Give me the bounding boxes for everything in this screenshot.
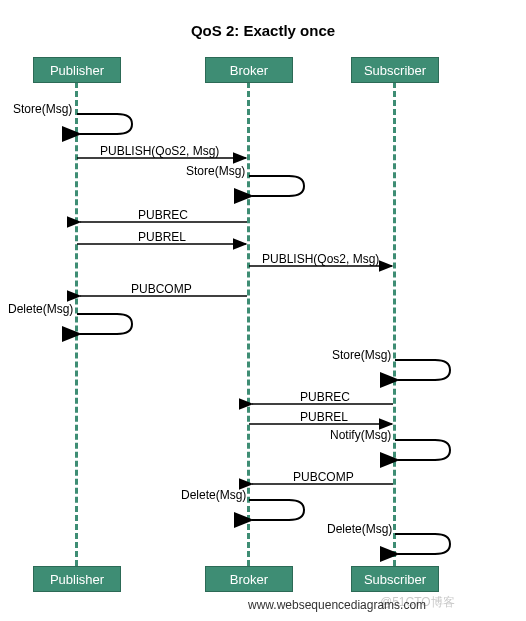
label-pubrel-pb: PUBREL: [138, 230, 186, 244]
label-pubcomp-sb: PUBCOMP: [293, 470, 354, 484]
label-pubrec-sb: PUBREC: [300, 390, 350, 404]
label-store-subscriber: Store(Msg): [332, 348, 391, 362]
label-pubcomp-bp: PUBCOMP: [131, 282, 192, 296]
label-publish-bs: PUBLISH(Qos2, Msg): [262, 252, 379, 266]
label-pubrel-bs: PUBREL: [300, 410, 348, 424]
label-store-publisher: Store(Msg): [13, 102, 72, 116]
label-delete-publisher: Delete(Msg): [8, 302, 73, 316]
sequence-diagram: QoS 2: Exactly once Publisher Broker Sub…: [0, 0, 526, 621]
label-store-broker: Store(Msg): [186, 164, 245, 178]
label-notify-subscriber: Notify(Msg): [330, 428, 391, 442]
label-delete-subscriber: Delete(Msg): [327, 522, 392, 536]
arrows-layer: [0, 0, 526, 621]
label-publish-pb: PUBLISH(QoS2, Msg): [100, 144, 219, 158]
footer-credit: www.websequencediagrams.com: [248, 598, 426, 612]
label-delete-broker: Delete(Msg): [181, 488, 246, 502]
label-pubrec-bp: PUBREC: [138, 208, 188, 222]
